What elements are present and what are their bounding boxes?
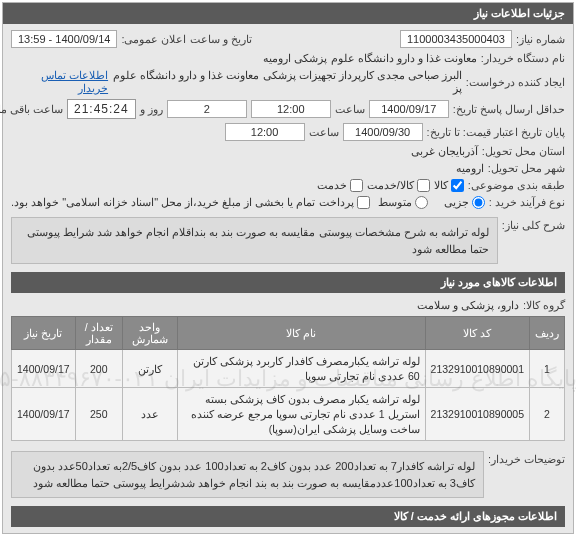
topic-khadamat-checkbox[interactable]: خدمت (317, 179, 363, 192)
col-unit: واحد شمارش (122, 317, 177, 350)
cell-unit: کارتن (122, 350, 177, 388)
city-label: شهر محل تحویل: (488, 162, 565, 175)
treasury-note: پرداخت تمام یا بخشی از مبلغ خرید،از محل … (11, 196, 354, 209)
credit-end-label: پایان تاریخ اعتبار قیمت: تا تاریخ: (427, 126, 565, 139)
process-radio-1-input[interactable] (472, 196, 485, 209)
min-send-date: 1400/09/17 (369, 100, 449, 118)
requester-value: البرز صباحی مجدی کارپرداز تجهیزات پزشکی … (112, 69, 462, 95)
cell-qty: 200 (75, 350, 122, 388)
treasury-checkbox-input[interactable] (357, 196, 370, 209)
buyer-org-label: نام دستگاه خریدار: (481, 52, 565, 65)
cell-code: 2132910010890001 (425, 350, 529, 388)
buyer-org-value: معاونت غذا و دارو دانشگاه علوم پزشکی ارو… (263, 52, 476, 65)
topic-service-checkbox[interactable]: کالا/خدمت (367, 179, 430, 192)
process-radio-2[interactable]: متوسط (378, 196, 428, 209)
day-and-label: روز و (140, 103, 163, 116)
credit-end-date: 1400/09/30 (343, 123, 423, 141)
topic-kala-input[interactable] (451, 179, 464, 192)
topic-khadamat-input[interactable] (350, 179, 363, 192)
min-send-label: حداقل ارسال پاسخ تاریخ: (453, 103, 565, 116)
min-send-time: 12:00 (251, 100, 331, 118)
table-row: 2 2132910010890005 لوله تراشه یکبار مصرف… (12, 388, 565, 441)
topic-service-label: کالا/خدمت (367, 179, 414, 192)
time-label-2: ساعت (309, 126, 339, 139)
province-value: آذربایجان غربی (411, 145, 478, 158)
process-radio-1[interactable]: جزیی (444, 196, 485, 209)
time-label-1: ساعت (335, 103, 365, 116)
cell-name: لوله تراشه یکبارمصرف کافدار کاربرد پزشکی… (177, 350, 425, 388)
cell-date: 1400/09/17 (12, 388, 76, 441)
panel-body: شماره نیاز: 1100003435000403 تاریخ و ساع… (3, 24, 573, 533)
buyer-notes-text: لوله تراشه کافدار7 به تعداد200 عدد بدون … (11, 451, 484, 498)
countdown-timer: 21:45:24 (67, 99, 136, 119)
process-type-label: نوع فرآیند خرید : (489, 196, 565, 209)
remaining-label: ساعت باقی مانده (0, 103, 63, 116)
days-value: 2 (167, 100, 247, 118)
col-date: تاریخ نیاز (12, 317, 76, 350)
permits-section-title: اطلاعات مجوزهای ارائه خدمت / کالا (11, 506, 565, 527)
items-section-title: اطلاعات کالاهای مورد نیاز (11, 272, 565, 293)
buyer-contact-link[interactable]: اطلاعات تماس خریدار (11, 69, 108, 95)
requester-label: ایجاد کننده درخواست: (466, 76, 565, 89)
goods-group-label: گروه کالا: (523, 299, 565, 312)
col-row: ردیف (530, 317, 565, 350)
goods-group-value: دارو، پزشکی و سلامت (417, 299, 519, 312)
cell-code: 2132910010890005 (425, 388, 529, 441)
general-desc-text: لوله تراشه به شرح مشخصات پیوستی مقایسه ب… (11, 217, 498, 264)
process-radio-2-input[interactable] (415, 196, 428, 209)
col-name: نام کالا (177, 317, 425, 350)
credit-end-time: 12:00 (225, 123, 305, 141)
table-header-row: ردیف کد کالا نام کالا واحد شمارش تعداد /… (12, 317, 565, 350)
cell-qty: 250 (75, 388, 122, 441)
process-radio-1-label: جزیی (444, 196, 469, 209)
need-number-value: 1100003435000403 (400, 30, 512, 48)
treasury-checkbox[interactable]: پرداخت تمام یا بخشی از مبلغ خرید،از محل … (11, 196, 370, 209)
cell-row: 1 (530, 350, 565, 388)
need-number-label: شماره نیاز: (516, 33, 565, 46)
col-code: کد کالا (425, 317, 529, 350)
items-table-wrap: ردیف کد کالا نام کالا واحد شمارش تعداد /… (11, 316, 565, 441)
topic-kala-label: کالا (434, 179, 448, 192)
process-radio-2-label: متوسط (378, 196, 412, 209)
buyer-notes-label: توضیحات خریدار: (488, 447, 565, 466)
col-qty: تعداد / مقدار (75, 317, 122, 350)
panel-title: جزئیات اطلاعات نیاز (3, 3, 573, 24)
cell-date: 1400/09/17 (12, 350, 76, 388)
topic-group-label: طبقه بندی موضوعی: (468, 179, 565, 192)
announce-label: تاریخ و ساعت اعلان عمومی: (121, 33, 251, 46)
topic-service-input[interactable] (417, 179, 430, 192)
city-value: ارومیه (456, 162, 484, 175)
table-row: 1 2132910010890001 لوله تراشه یکبارمصرف … (12, 350, 565, 388)
announce-value: 1400/09/14 - 13:59 (11, 30, 117, 48)
need-details-panel: جزئیات اطلاعات نیاز شماره نیاز: 11000034… (2, 2, 574, 534)
province-label: استان محل تحویل: (482, 145, 565, 158)
cell-name: لوله تراشه یکبار مصرف بدون کاف پزشکی بست… (177, 388, 425, 441)
cell-row: 2 (530, 388, 565, 441)
cell-unit: عدد (122, 388, 177, 441)
general-desc-label: شرح کلی نیاز: (502, 213, 565, 232)
items-table: ردیف کد کالا نام کالا واحد شمارش تعداد /… (11, 316, 565, 441)
topic-khadamat-label: خدمت (317, 179, 347, 192)
topic-kala-checkbox[interactable]: کالا (434, 179, 464, 192)
